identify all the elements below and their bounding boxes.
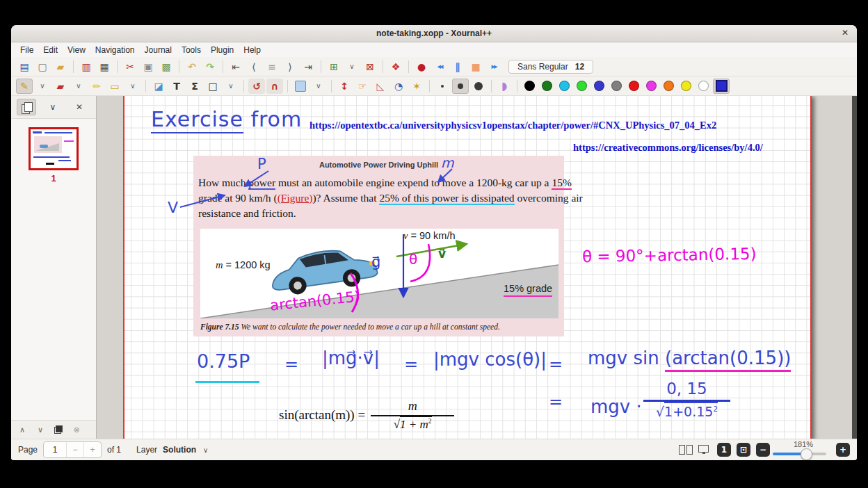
- delete-page-button[interactable]: ⊠: [362, 59, 378, 74]
- spline-tool-button[interactable]: ✶: [408, 79, 425, 94]
- pause-button[interactable]: ∥: [449, 59, 466, 74]
- color-swatch-yellow[interactable]: [681, 81, 691, 91]
- add-page-button[interactable]: ⊞: [326, 59, 342, 74]
- color-swatch-orange[interactable]: [664, 81, 674, 91]
- color-swatch-white[interactable]: [698, 81, 709, 91]
- thickness-medium-button[interactable]: [452, 79, 469, 94]
- close-window-button[interactable]: ✕: [842, 28, 849, 38]
- menu-plugin[interactable]: Plugin: [206, 44, 239, 56]
- shapes-dropdown[interactable]: ∨: [124, 79, 141, 94]
- first-page-button[interactable]: ⇤: [227, 59, 244, 74]
- shape-recognizer-button[interactable]: ↺: [248, 79, 265, 94]
- title-bar[interactable]: note-taking.xopp - Xournal++ ✕: [11, 25, 857, 42]
- menu-file[interactable]: File: [15, 44, 38, 56]
- toolbar-separator: [145, 80, 146, 92]
- next-page-button[interactable]: ⟩: [282, 59, 298, 74]
- previous-page-button[interactable]: ⟨: [246, 59, 262, 74]
- preview-pages-button[interactable]: [17, 99, 36, 115]
- paste-button[interactable]: ▩: [158, 59, 175, 74]
- undo-button[interactable]: ↶: [184, 59, 200, 74]
- duplicate-page-button[interactable]: [50, 423, 67, 437]
- menu-help[interactable]: Help: [239, 44, 266, 56]
- thickness-fine-button[interactable]: [434, 79, 451, 94]
- color-swatch-lightgreen[interactable]: [577, 81, 587, 91]
- setsquare-button[interactable]: ◺: [372, 79, 389, 94]
- cut-button[interactable]: ✂: [122, 59, 138, 74]
- layer-selector-value[interactable]: Solution: [163, 445, 196, 455]
- pen-dropdown[interactable]: ∨: [34, 79, 51, 94]
- highlighter-tool-button[interactable]: ✏: [88, 79, 105, 94]
- page-decrement-button[interactable]: −: [66, 442, 83, 457]
- menu-journal[interactable]: Journal: [140, 44, 177, 56]
- export-pdf-button[interactable]: ▥: [78, 59, 95, 74]
- goto-page-button[interactable]: ≡: [264, 59, 280, 74]
- zoom-in-button[interactable]: +: [836, 443, 850, 457]
- zoom-100-button[interactable]: 1: [717, 443, 731, 457]
- color-swatch-gray[interactable]: [611, 81, 622, 91]
- scroll-down-button[interactable]: ∨: [32, 423, 49, 437]
- snap-rotation-button[interactable]: ∩: [266, 79, 283, 94]
- fill-button[interactable]: ◗: [496, 79, 513, 94]
- menu-edit[interactable]: Edit: [38, 44, 63, 56]
- license-url-link[interactable]: https://creativecommons.org/licenses/by/…: [573, 142, 763, 154]
- compass-button[interactable]: ◔: [390, 79, 407, 94]
- vertical-space-button[interactable]: ↕: [336, 79, 353, 94]
- print-button[interactable]: ▦: [96, 59, 113, 74]
- menu-tools[interactable]: Tools: [177, 44, 206, 56]
- draw-dropdown[interactable]: ∨: [223, 79, 239, 94]
- color-swatch-magenta[interactable]: [646, 81, 657, 91]
- record-button[interactable]: ●: [413, 59, 430, 74]
- thickness-thick-button[interactable]: [470, 79, 487, 94]
- rewind-button[interactable]: ◂◂: [431, 59, 448, 74]
- zoom-slider-knob[interactable]: [801, 448, 812, 460]
- page-thumbnail[interactable]: [29, 127, 79, 170]
- color-swatch-black[interactable]: [524, 81, 535, 91]
- save-button[interactable]: ▤: [16, 59, 33, 74]
- presentation-mode-button[interactable]: [695, 442, 713, 457]
- delete-page-icon: ⊠: [366, 62, 374, 72]
- color-swatch-blue[interactable]: [594, 81, 604, 91]
- page-number-input[interactable]: 1: [44, 445, 66, 455]
- pen-tool-button[interactable]: ✎: [16, 79, 33, 94]
- toolbar-separator: [223, 60, 223, 73]
- color-swatch-red[interactable]: [629, 81, 639, 91]
- hand-tool-button[interactable]: ☞: [354, 79, 371, 94]
- focus-page-button[interactable]: ⊗: [68, 423, 85, 437]
- new-file-button[interactable]: ▢: [34, 59, 51, 74]
- menu-navigation[interactable]: Navigation: [90, 44, 140, 56]
- menu-view[interactable]: View: [63, 44, 90, 56]
- zoom-fit-button[interactable]: ⊡: [737, 443, 750, 457]
- open-file-button[interactable]: ▰: [52, 59, 69, 74]
- copy-button[interactable]: ▣: [140, 59, 156, 74]
- font-button[interactable]: Sans Regular 12: [508, 60, 593, 74]
- eraser-dropdown[interactable]: ∨: [70, 79, 87, 94]
- math-tex-button[interactable]: Σ: [186, 79, 203, 94]
- fullscreen-button[interactable]: ❖: [387, 59, 404, 74]
- document-page[interactable]: Exercise from https://opentextbc.ca/univ…: [123, 96, 812, 439]
- redo-button[interactable]: ↷: [202, 59, 218, 74]
- draw-rectangle-button[interactable]: □: [204, 79, 221, 94]
- select-region-button[interactable]: [292, 79, 309, 94]
- color-chooser-button[interactable]: [713, 79, 730, 94]
- color-swatch-cyan[interactable]: [559, 81, 570, 91]
- color-swatch-green[interactable]: [542, 81, 552, 91]
- two-page-view-button[interactable]: [677, 442, 695, 457]
- eraser-tool-button[interactable]: ▰: [52, 79, 69, 94]
- add-page-dropdown[interactable]: ∨: [344, 59, 360, 74]
- page-increment-button[interactable]: +: [83, 442, 101, 457]
- ruler-tool-button[interactable]: ▭: [106, 79, 123, 94]
- text-tool-button[interactable]: T: [168, 79, 185, 94]
- last-page-button[interactable]: ⇥: [300, 59, 316, 74]
- forward-button[interactable]: ▸▸: [485, 59, 502, 74]
- vertical-scrollbar[interactable]: [852, 96, 857, 439]
- zoom-out-button[interactable]: −: [756, 443, 770, 457]
- select-dropdown[interactable]: ∨: [310, 79, 327, 94]
- sidebar-dropdown[interactable]: ∨: [43, 99, 63, 115]
- layer-dropdown-chevron[interactable]: ∨: [203, 446, 208, 454]
- sidebar-close-button[interactable]: ✕: [70, 99, 89, 115]
- stop-button[interactable]: ■: [467, 59, 484, 74]
- source-url-link[interactable]: https://opentextbc.ca/universityphysicsv…: [310, 120, 716, 131]
- zoom-slider[interactable]: 181%: [770, 440, 836, 459]
- insert-image-button[interactable]: ◪: [150, 79, 167, 94]
- scroll-up-button[interactable]: ∧: [14, 423, 31, 437]
